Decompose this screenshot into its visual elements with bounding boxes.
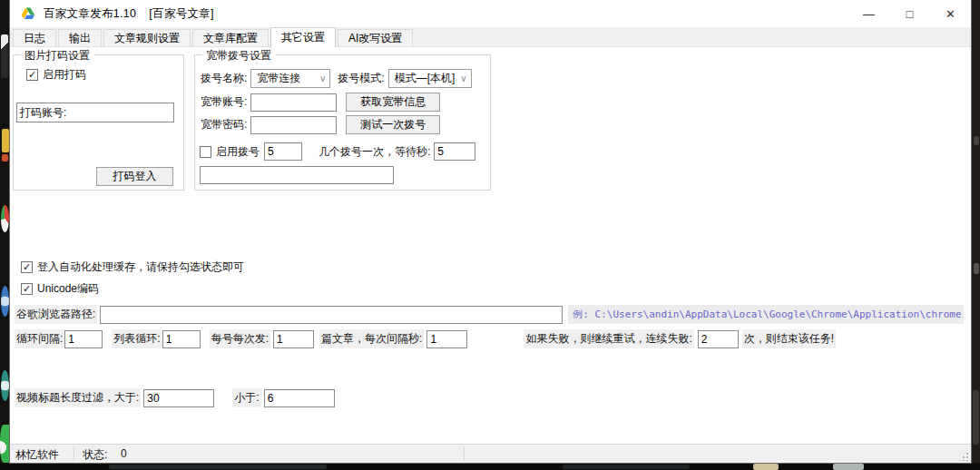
desktop-edge-bottom bbox=[0, 463, 980, 470]
desktop-edge-left bbox=[0, 0, 9, 470]
maximize-button[interactable]: □ bbox=[889, 0, 930, 27]
desktop-icon-fragment bbox=[2, 154, 8, 162]
app-window: 百家文章发布1.10 [百家号文章] — □ ✕ 日志 输出 文章规则设置 文章… bbox=[9, 0, 972, 464]
video-lt-input[interactable] bbox=[264, 389, 335, 407]
fail-suffix-label: 次，则结束该任务! bbox=[742, 329, 836, 348]
dial-account-input[interactable] bbox=[250, 93, 337, 112]
checkbox-icon bbox=[21, 283, 33, 295]
per-account-label: 每号每次发: bbox=[210, 329, 270, 348]
test-dial-button[interactable]: 测试一次拨号 bbox=[346, 115, 440, 134]
captcha-account-input[interactable] bbox=[67, 104, 173, 121]
checkbox-icon bbox=[200, 146, 211, 158]
dial-account-row: 宽带账号: 获取宽带信息 bbox=[201, 93, 440, 112]
desktop-fragment bbox=[974, 136, 979, 145]
dial-name-label: 拨号名称: bbox=[201, 71, 247, 86]
enable-dial-row: 启用拨号 几个拨号一次，等待秒: bbox=[200, 142, 475, 161]
dial-name-value: 宽带连接 bbox=[257, 71, 300, 86]
dial-name-row: 拨号名称: 宽带连接 ∨ 拨号模式: 模式—[本机] ∨ bbox=[201, 69, 485, 88]
cache-checkbox[interactable]: 登入自动化处理缓存，请保持勾选状态即可 bbox=[21, 259, 244, 275]
dial-wait-label: 几个拨号一次，等待秒: bbox=[318, 144, 430, 160]
fail-retry-label: 如果失败，则继续重试，连续失败: bbox=[524, 329, 693, 348]
desktop-icon-fragment bbox=[1, 34, 8, 78]
desktop-fragment bbox=[563, 465, 690, 469]
get-broadband-info-button[interactable]: 获取宽带信息 bbox=[346, 93, 440, 112]
status-divider bbox=[464, 446, 465, 461]
tab-log[interactable]: 日志 bbox=[13, 29, 56, 46]
unicode-checkbox[interactable]: Unicode编码 bbox=[21, 281, 99, 297]
desktop-fragment bbox=[973, 390, 979, 445]
chrome-path-label: 谷歌浏览器路径: bbox=[15, 305, 97, 324]
captcha-login-button[interactable]: 打码登入 bbox=[96, 167, 173, 186]
resize-grip-icon[interactable] bbox=[960, 452, 969, 461]
dial-mode-value: 模式—[本机] bbox=[395, 71, 456, 86]
tab-strip: 日志 输出 文章规则设置 文章库配置 其它设置 AI改写设置 bbox=[10, 27, 971, 47]
dial-password-label: 宽带密码: bbox=[201, 117, 247, 132]
enable-captcha-label: 启用打码 bbox=[43, 67, 86, 83]
chevron-down-icon: ∨ bbox=[319, 73, 326, 83]
app-icon bbox=[21, 6, 35, 21]
tab-article-rules[interactable]: 文章规则设置 bbox=[103, 29, 191, 46]
status-divider bbox=[74, 446, 74, 461]
video-gt-input[interactable] bbox=[143, 389, 214, 407]
dial-group-title: 宽带拨号设置 bbox=[202, 48, 275, 64]
captcha-settings-group: 图片打码设置 启用打码 打码账号: 打码登入 bbox=[13, 54, 184, 191]
dial-mode-select[interactable]: 模式—[本机] ∨ bbox=[388, 69, 472, 88]
status-value: 0 bbox=[121, 447, 127, 460]
tab-other-settings[interactable]: 其它设置 bbox=[270, 27, 336, 47]
dial-settings-group: 宽带拨号设置 拨号名称: 宽带连接 ∨ 拨号模式: 模式—[本机] ∨ 宽带账号… bbox=[194, 54, 491, 191]
title-bar[interactable]: 百家文章发布1.10 [百家号文章] — □ ✕ bbox=[10, 0, 971, 27]
tab-article-library[interactable]: 文章库配置 bbox=[192, 29, 269, 46]
loop-interval-label: 循环间隔: bbox=[15, 329, 64, 348]
article-gap-label: 篇文章，每次间隔秒: bbox=[319, 329, 424, 348]
desktop-fragment bbox=[833, 464, 864, 470]
tab-output[interactable]: 输出 bbox=[58, 29, 102, 46]
desktop-fragment bbox=[109, 465, 327, 469]
desktop-fragment bbox=[753, 464, 779, 470]
window-title: 百家文章发布1.10 bbox=[44, 6, 136, 22]
chevron-down-icon: ∨ bbox=[460, 73, 466, 83]
list-loop-label: 列表循环: bbox=[112, 329, 162, 348]
captcha-account-row: 打码账号: bbox=[16, 103, 174, 122]
desktop-icon-fragment bbox=[2, 129, 9, 152]
dial-count-input[interactable] bbox=[264, 142, 302, 161]
cache-checkbox-label: 登入自动化处理缓存，请保持勾选状态即可 bbox=[37, 259, 244, 275]
tab-ai-rewrite[interactable]: AI改写设置 bbox=[338, 29, 413, 46]
list-loop-input[interactable] bbox=[162, 330, 201, 348]
dial-wait-input[interactable] bbox=[434, 142, 475, 161]
minimize-button[interactable]: — bbox=[848, 0, 889, 27]
checkbox-icon bbox=[26, 69, 38, 81]
status-label: 状态: bbox=[83, 447, 107, 463]
loop-interval-input[interactable] bbox=[64, 330, 103, 348]
desktop-icon-fragment bbox=[1, 205, 9, 232]
loop-settings-row: 循环间隔: 列表循环: 每号每次发: 篇文章，每次间隔秒: 如果失败，则继续重试… bbox=[15, 329, 836, 348]
per-account-input[interactable] bbox=[273, 330, 314, 348]
captcha-account-label: 打码账号: bbox=[17, 105, 67, 121]
desktop-edge-right bbox=[972, 0, 980, 470]
window-controls: — □ ✕ bbox=[848, 0, 971, 27]
article-gap-input[interactable] bbox=[426, 330, 467, 348]
video-title-filter-row: 视频标题长度过滤，大于: 小于: bbox=[15, 388, 335, 407]
captcha-group-title: 图片打码设置 bbox=[21, 48, 93, 64]
dial-mode-label: 拨号模式: bbox=[338, 71, 384, 86]
fail-count-input[interactable] bbox=[698, 330, 739, 348]
tab-content-other-settings: 图片打码设置 启用打码 打码账号: 打码登入 宽带拨号设置 拨号名称: 宽带连接 bbox=[10, 47, 971, 444]
video-filter-label: 视频标题长度过滤，大于: bbox=[15, 388, 141, 407]
chrome-path-input[interactable] bbox=[100, 306, 563, 324]
desktop-icon-fragment bbox=[1, 370, 9, 401]
enable-dial-checkbox[interactable]: 启用拨号 bbox=[200, 144, 260, 160]
status-bar: 林忆软件 状态: 0 bbox=[10, 444, 971, 463]
desktop-fragment bbox=[974, 263, 979, 274]
dial-name-select[interactable]: 宽带连接 ∨ bbox=[250, 69, 330, 88]
desktop-icon-fragment bbox=[0, 425, 9, 463]
dial-extra-input[interactable] bbox=[200, 166, 394, 184]
unicode-checkbox-label: Unicode编码 bbox=[37, 281, 99, 297]
enable-captcha-checkbox[interactable]: 启用打码 bbox=[26, 67, 86, 83]
close-button[interactable]: ✕ bbox=[930, 0, 971, 27]
dial-password-input[interactable] bbox=[250, 116, 337, 134]
window-subtitle: [百家号文章] bbox=[149, 6, 214, 22]
dial-password-row: 宽带密码: 测试一次拨号 bbox=[201, 115, 440, 134]
checkbox-icon bbox=[21, 261, 33, 273]
chrome-path-hint: 例: C:\Users\andin\AppData\Local\Google\C… bbox=[568, 305, 964, 324]
enable-dial-label: 启用拨号 bbox=[216, 144, 260, 160]
desktop-icon-fragment bbox=[1, 286, 9, 317]
